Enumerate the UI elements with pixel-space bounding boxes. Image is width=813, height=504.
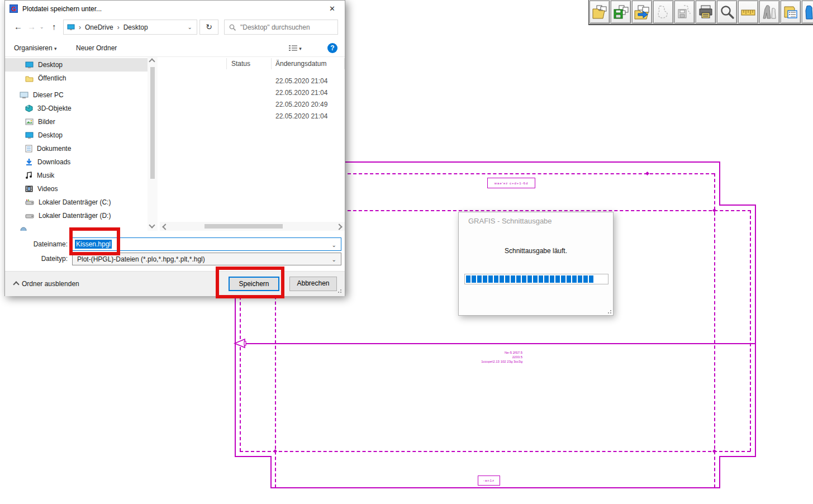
zoom-button[interactable] [717,1,737,23]
save-plot-file-button[interactable] [611,1,631,23]
dialog-title: Plotdatei speichern unter... [22,5,102,13]
organize-menu-button[interactable]: Organisieren ▾ [14,44,57,52]
column-separator[interactable] [226,58,227,69]
plot-line [719,456,756,457]
sidebar-item-drive-c[interactable]: Lokaler Datenträger (C:) [5,196,148,209]
sidebar-item-label: Downloads [37,158,70,166]
annotation-box-filename [69,227,120,255]
blue-piece-icon [804,4,813,21]
file-row-modified[interactable]: 22.05.2020 21:04 [275,89,327,97]
export-plot-button[interactable] [632,1,652,23]
progress-segment [527,275,532,283]
sidebar-item-desktop[interactable]: Desktop [5,58,148,72]
music-icon [25,172,32,179]
file-list: Status Änderungsdatum 22.05.2020 21:04 2… [160,57,345,222]
measure-button[interactable] [738,1,758,23]
save-piece-button[interactable] [674,1,695,23]
progress-segment [561,275,565,283]
scroll-down-icon[interactable] [149,222,155,228]
breadcrumb[interactable]: › OneDrive › Desktop ⌄ [63,20,197,35]
scroll-up-icon[interactable] [149,58,155,64]
annotation-box-save [216,267,284,298]
plot-label-center: Ne-5 2fS7.5 2233.5 1ccope\2.13 102 23g 3… [463,350,522,364]
up-button[interactable]: ↑ [52,22,56,31]
scrollbar-thumb[interactable] [205,224,283,229]
plot-notch-mark [712,208,716,212]
command-bar: Organisieren ▾ Neuer Ordner ▾ ? [5,41,345,57]
column-header-status[interactable]: Status [231,60,250,68]
save-piece-dashed-icon [676,4,693,21]
piece-partial-button[interactable] [802,1,813,23]
sidebar-item-oeffentlich[interactable]: Öffentlich [5,72,148,85]
column-separator[interactable] [271,58,272,69]
list-horizontal-scrollbar[interactable] [160,222,345,231]
progress-segment [544,275,549,283]
sidebar-scrollbar[interactable] [148,57,158,231]
forward-button[interactable]: → [27,22,36,31]
dialog-titlebar[interactable]: G Plotdatei speichern unter... ✕ [5,1,345,17]
sidebar-item-bilder[interactable]: Bilder [5,115,148,129]
scroll-right-icon[interactable] [336,224,342,230]
breadcrumb-item-desktop[interactable]: Desktop [123,23,148,31]
piece-list-button[interactable] [781,1,801,23]
sidebar-item-dieser-pc[interactable]: Dieser PC [5,88,148,102]
file-row-modified[interactable]: 22.05.2020 21:04 [275,112,327,120]
print-button[interactable] [696,1,716,23]
plot-seam-line [342,210,751,211]
file-row-modified[interactable]: 22.05.2020 20:49 [275,101,327,108]
progress-segment [583,275,588,283]
progress-segment [511,275,515,283]
sidebar-item-label: Videos [37,185,58,193]
progress-segment [550,275,554,283]
help-button[interactable]: ? [327,43,337,53]
save-as-dialog: G Plotdatei speichern unter... ✕ ← → ⌄ ↑… [4,0,345,296]
plot-label-center-line1: Ne-5 2fS7.5 [463,350,522,355]
sidebar-item-drive-d[interactable]: Lokaler Datenträger (D:) [5,209,148,222]
sidebar-item-3d-objekte[interactable]: 3D-Objekte [5,102,148,115]
tape-measure-icon [740,4,757,21]
resize-grip-icon [337,288,341,293]
sidebar-item-desktop-2[interactable]: Desktop [5,129,148,142]
column-separator[interactable] [344,58,345,69]
grafis-logo-icon: G [9,4,18,13]
search-input[interactable]: "Desktop" durchsuchen [224,20,338,35]
progress-segment [555,275,560,283]
refresh-button[interactable]: ↻ [199,20,218,35]
open-plot-file-button[interactable] [589,1,610,23]
column-header-modified[interactable]: Änderungsdatum [275,60,326,68]
scrollbar-thumb[interactable] [150,67,155,179]
scroll-left-icon[interactable] [162,224,168,230]
sidebar-item-dokumente[interactable]: Dokumente [5,142,148,155]
back-button[interactable]: ← [14,22,22,31]
progress-segment [522,275,526,283]
file-row-modified[interactable]: 22.05.2020 21:04 [275,77,327,85]
close-button[interactable]: ✕ [320,1,345,17]
sidebar-item-videos[interactable]: Videos [5,182,148,196]
plot-notch-mark [645,172,649,175]
hide-folders-button[interactable]: Ordner ausblenden [22,280,79,288]
breadcrumb-item-onedrive[interactable]: OneDrive [85,23,113,31]
search-placeholder: "Desktop" durchsuchen [240,23,310,31]
download-icon [25,158,33,166]
plot-label-top: wae'ez c+d+1-6d [487,178,535,188]
plot-fold-line [235,343,755,344]
history-chevron-icon[interactable]: ⌄ [40,24,44,30]
dialog-footer: Ordner ausblenden Speichern Abbrechen [5,271,345,296]
details-view-icon [289,45,297,51]
sidebar-item-downloads[interactable]: Downloads [5,155,148,169]
sidebar-item-musik[interactable]: Musik [5,169,148,182]
chevron-down-icon[interactable]: ⌄ [332,242,336,248]
sidebar-item-label: Desktop [38,131,63,139]
chevron-down-icon[interactable]: ⌄ [332,256,336,263]
progress-dialog: GRAFIS - Schnittausgabe Schnittausgabe l… [458,212,614,316]
piece-outline-button[interactable] [653,1,673,23]
new-folder-button[interactable]: Neuer Ordner [76,44,117,52]
pieces-button[interactable] [759,1,779,23]
breadcrumb-dropdown-icon[interactable]: ⌄ [188,24,192,30]
view-mode-button[interactable]: ▾ [289,44,302,52]
cancel-button[interactable]: Abbrechen [289,277,337,291]
plot-line [342,161,720,163]
chevron-up-icon [13,281,19,287]
plot-label-center-line3: 1ccope\2.13 102 23g 3cc3g [463,359,522,364]
progress-segment [572,275,577,283]
